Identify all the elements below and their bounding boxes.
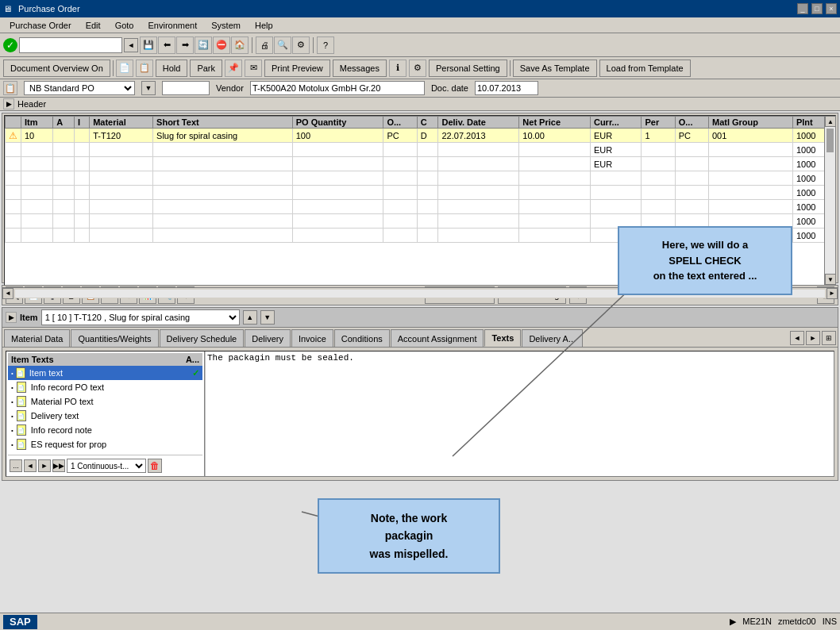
bullet-icon: • <box>11 441 13 448</box>
vendor-field[interactable] <box>250 81 425 95</box>
po-type-nav[interactable]: ▼ <box>141 81 156 95</box>
list-next-btn[interactable]: ► <box>38 459 51 472</box>
scroll-left-btn[interactable]: ◄ <box>2 288 13 299</box>
close-button[interactable]: × <box>826 3 837 14</box>
tab-quantities-weights[interactable]: Quantities/Weights <box>71 329 158 347</box>
list-scroll-btn[interactable]: ... <box>10 459 22 472</box>
main-toolbar: ✓ ◄ 💾 ⬅ ➡ 🔄 ⛔ 🏠 🖨 🔍 ⚙ ? <box>0 33 840 57</box>
menu-goto[interactable]: Goto <box>109 19 141 32</box>
menu-purchase-order[interactable]: Purchase Order <box>3 19 78 32</box>
new-doc-icon[interactable]: 📄 <box>116 60 133 77</box>
table-row[interactable]: 1000 <box>6 186 835 200</box>
table-row[interactable]: EUR1000 <box>6 157 835 171</box>
stop-icon[interactable]: ⛔ <box>213 36 230 54</box>
list-item-delivery-text[interactable]: • 📄 Delivery text <box>8 409 202 423</box>
mispelled-callout: Note, the work packagin was mispelled. <box>318 498 500 574</box>
item-text-label: Item text <box>29 368 63 378</box>
print-icon[interactable]: 🖨 <box>256 36 273 54</box>
park-button[interactable]: Park <box>190 60 222 77</box>
list-prev-btn[interactable]: ◄ <box>24 459 37 472</box>
messages-button[interactable]: Messages <box>333 60 387 77</box>
delete-text-button[interactable]: 🗑 <box>148 459 162 473</box>
page-select[interactable]: 1 Continuous-t... <box>67 459 146 473</box>
table-row[interactable]: ⚠ 10 T-T120 Slug for spiral casing 100 P… <box>6 129 835 143</box>
print-preview-button[interactable]: Print Preview <box>264 60 330 77</box>
doc-overview-button[interactable]: Document Overview On <box>3 60 110 77</box>
settings-icon[interactable]: ⚙ <box>292 36 310 54</box>
expand-header-button[interactable]: ▶ <box>3 98 14 109</box>
list-more-btn[interactable]: ▶▶ <box>52 459 65 472</box>
doc-date-field[interactable] <box>475 81 538 95</box>
list-item-info-record-po-text[interactable]: • 📄 Info record PO text <box>8 380 202 394</box>
table-scrollbar-v[interactable]: ▲ ▼ <box>824 116 835 285</box>
menu-edit[interactable]: Edit <box>79 19 107 32</box>
matl-group-cell: 001 <box>708 129 792 143</box>
home-icon[interactable]: 🏠 <box>231 36 249 54</box>
maximize-button[interactable]: □ <box>811 3 823 14</box>
refresh-icon[interactable]: 🔄 <box>195 36 212 54</box>
scroll-thumb <box>827 129 834 152</box>
back-icon[interactable]: ⬅ <box>158 36 175 54</box>
table-row[interactable]: 1000 <box>6 200 835 214</box>
curr-cell: EUR <box>590 129 641 143</box>
tab-material-data[interactable]: Material Data <box>4 329 70 347</box>
command-field[interactable] <box>19 37 122 53</box>
find-icon[interactable]: 🔍 <box>274 36 291 54</box>
list-item-info-record-note[interactable]: • 📄 Info record note <box>8 423 202 437</box>
table-row[interactable]: EUR1000 <box>6 143 835 157</box>
col-net-price: Net Price <box>519 117 591 129</box>
minimize-button[interactable]: _ <box>797 3 808 14</box>
menu-system[interactable]: System <box>205 19 247 32</box>
menu-help[interactable]: Help <box>249 19 279 32</box>
tab-invoice[interactable]: Invoice <box>291 329 333 347</box>
list-item-es-request[interactable]: • 📄 ES request for prop <box>8 437 202 451</box>
letter-icon[interactable]: ✉ <box>245 60 262 77</box>
item-label: Item <box>20 313 38 322</box>
scroll-track <box>825 127 835 274</box>
config-icon[interactable]: ⚙ <box>409 60 426 77</box>
copy-icon[interactable]: 📋 <box>136 60 153 77</box>
tab-texts[interactable]: Texts <box>484 329 521 347</box>
toolbar-icons: 💾 ⬅ ➡ 🔄 ⛔ 🏠 <box>140 36 249 54</box>
save-icon[interactable]: 💾 <box>140 36 157 54</box>
list-item-item-text[interactable]: • 📄 Item text ✓ <box>8 366 202 380</box>
load-template-button[interactable]: Load from Template <box>599 60 691 77</box>
help-icon[interactable]: ? <box>317 36 334 54</box>
scroll-up-btn[interactable]: ▲ <box>825 116 836 127</box>
tab-conditions[interactable]: Conditions <box>334 329 390 347</box>
item-next-btn[interactable]: ▼ <box>260 310 275 325</box>
info-icon[interactable]: ℹ <box>389 60 407 77</box>
item-texts-list: Item Texts A... • 📄 Item text ✓ <box>6 351 205 476</box>
scroll-right-btn[interactable]: ► <box>827 288 838 299</box>
tab-delivery-a[interactable]: Delivery A... <box>522 329 583 347</box>
table-row[interactable]: 1000 <box>6 171 835 186</box>
po-type-select[interactable]: NB Standard PO <box>24 81 135 95</box>
tab-scroll-right[interactable]: ► <box>806 331 820 345</box>
forward-icon[interactable]: ➡ <box>176 36 194 54</box>
tab-scroll-left[interactable]: ◄ <box>790 331 804 345</box>
tab-delivery[interactable]: Delivery <box>245 329 291 347</box>
user-label: zmetdc00 <box>778 617 816 627</box>
separator <box>113 60 114 76</box>
nav-back-button[interactable]: ◄ <box>124 38 138 52</box>
menu-environment[interactable]: Environment <box>141 19 203 32</box>
tab-more[interactable]: ⊞ <box>822 331 836 345</box>
item-texts-title: Item Texts <box>11 355 54 364</box>
opu-cell: PC <box>383 129 417 143</box>
hold-button[interactable]: Hold <box>156 60 188 77</box>
text-editor[interactable]: The packagin must be sealed. <box>207 353 832 456</box>
spell-check-callout: Here, we will do a SPELL CHECK on the te… <box>618 226 792 295</box>
item-select[interactable]: 1 [ 10 ] T-T120 , Slug for spiral casing <box>41 309 240 325</box>
warning-icon: ⚠ <box>9 130 17 141</box>
park-icon[interactable]: 📌 <box>225 60 242 77</box>
scroll-down-btn[interactable]: ▼ <box>825 274 836 285</box>
save-template-button[interactable]: Save As Template <box>513 60 597 77</box>
separator-1 <box>252 37 252 53</box>
tab-account-assignment[interactable]: Account Assignment <box>391 329 484 347</box>
tab-delivery-schedule[interactable]: Delivery Schedule <box>160 329 245 347</box>
po-header-row: 📋 NB Standard PO ▼ Vendor Doc. date <box>0 79 840 98</box>
list-item-material-po-text[interactable]: • 📄 Material PO text <box>8 394 202 409</box>
item-prev-btn[interactable]: ▲ <box>243 310 257 325</box>
po-number-field[interactable] <box>162 81 210 95</box>
personal-setting-button[interactable]: Personal Setting <box>429 60 507 77</box>
